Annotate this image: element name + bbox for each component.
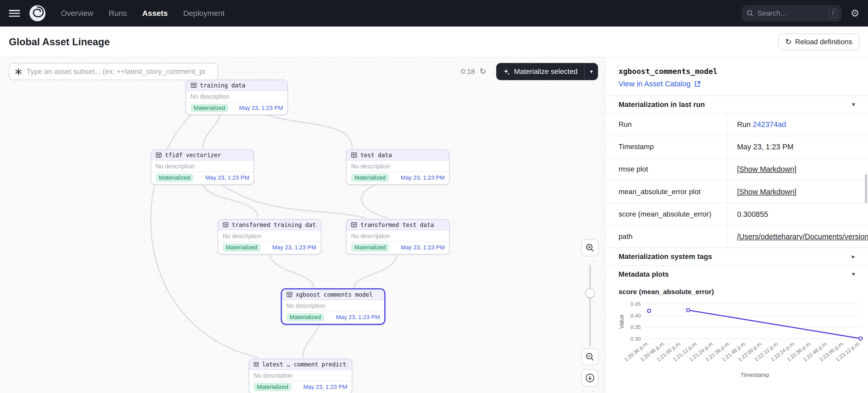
materialized-badge: Materialized (191, 104, 228, 112)
zoom-in-icon (586, 243, 594, 252)
materialized-badge: Materialized (351, 173, 389, 182)
materialize-sparkle-icon (503, 68, 510, 75)
search-input[interactable] (757, 9, 825, 18)
query-timer: 0:18 (461, 67, 475, 76)
menu-icon[interactable] (9, 10, 20, 17)
table-icon (254, 361, 259, 367)
section-metadata-plots[interactable]: Metadata plots ▾ (605, 265, 868, 283)
zoom-out-icon (586, 352, 594, 361)
asset-filter-input[interactable] (27, 67, 212, 76)
run-id-link[interactable]: 242374ad (753, 120, 786, 129)
section-materialization-system-tags[interactable]: Materialization system tags ▸ (605, 248, 868, 265)
data-point (686, 308, 690, 312)
materialization-timestamp-link[interactable]: May 23, 1:23 PM (239, 105, 283, 111)
asset-node-test_data[interactable]: test_dataNo descriptionMaterializedMay 2… (346, 150, 450, 185)
materialization-timestamp-link[interactable]: May 23, 1:23 PM (303, 384, 347, 390)
page-title: Global Asset Lineage (9, 36, 110, 47)
asset-filter-box[interactable] (9, 63, 218, 80)
asset-node-footer: MaterializedMay 23, 1:23 PM (218, 242, 321, 254)
run-prefix: Run (737, 120, 753, 129)
materialize-selected-main[interactable]: Materialize selected (496, 63, 584, 80)
download-circle-icon (585, 373, 595, 383)
dagster-app: Overview Runs Assets Deployment / ⚙ Glob… (0, 0, 868, 393)
asset-node-xgboost_comments_model[interactable]: xgboost_comments_modelNo descriptionMate… (281, 289, 385, 324)
chevron-right-icon: ▸ (852, 254, 855, 260)
asset-node-description: No description (218, 230, 321, 242)
nav-item-assets[interactable]: Assets (143, 9, 168, 18)
zoom-out-button[interactable] (581, 348, 598, 365)
section-label: Materialization in last run (619, 100, 705, 109)
details-scrollbar-thumb[interactable] (865, 174, 867, 203)
path-link[interactable]: /Users/odetteharary/Documents/version (737, 232, 868, 241)
table-icon (191, 82, 196, 88)
y-tick-label: 0.30 (630, 336, 641, 342)
x-axis-label: Timestamp (740, 372, 769, 378)
chevron-down-icon: ▾ (852, 271, 855, 277)
show-markdown-link[interactable]: [Show Markdown] (737, 165, 797, 173)
chevron-down-icon: ▾ (852, 101, 855, 107)
materialized-badge: Materialized (351, 243, 389, 252)
materialize-dropdown-caret[interactable]: ▾ (585, 63, 598, 80)
main-content: training_dataNo descriptionMaterializedM… (0, 58, 868, 393)
view-in-asset-catalog-link[interactable]: View in Asset Catalog (619, 79, 855, 88)
row-label: path (605, 226, 728, 248)
nav-right: / ⚙ (742, 5, 860, 22)
asset-node-name: xgboost_comments_model (296, 291, 373, 298)
asset-node-transformed_test_data[interactable]: transformed_test_dataNo descriptionMater… (346, 219, 450, 254)
table-icon (286, 292, 292, 297)
view-in-asset-catalog-label: View in Asset Catalog (619, 79, 691, 88)
materialization-timestamp-link[interactable]: May 23, 1:23 PM (401, 174, 445, 181)
materialization-timestamp-link[interactable]: May 23, 1:23 PM (205, 174, 249, 181)
asset-name-title: xgboost_comments_model (619, 67, 855, 76)
asset-node-header: xgboost_comments_model (282, 289, 384, 300)
asset-node-footer: MaterializedMay 23, 1:23 PM (186, 102, 287, 114)
node-layer: training_dataNo descriptionMaterializedM… (0, 58, 605, 393)
graph-toolbar: 0:18 ↻ Materialize selected ▾ (9, 63, 598, 80)
asset-node-transformed_training_data[interactable]: transformed_training_dataNo descriptionM… (218, 219, 321, 254)
settings-gear-icon[interactable]: ⚙ (850, 8, 860, 18)
row-label: mean_absolute_error plot (605, 181, 728, 203)
show-markdown-link[interactable]: [Show Markdown] (737, 188, 797, 196)
asset-node-latest_comment_predictions[interactable]: latest_…_comment_predictionsNo descripti… (249, 359, 352, 393)
section-label: Metadata plots (619, 270, 669, 279)
dagster-logo[interactable] (29, 4, 46, 22)
table-icon (351, 152, 357, 158)
asset-node-name: tfidf_vectorizer (165, 152, 221, 159)
asset-graph: training_dataNo descriptionMaterializedM… (0, 58, 605, 393)
asset-node-header: transformed_test_data (346, 220, 449, 230)
row-value: 0.300855 (728, 203, 868, 225)
series-line (688, 310, 861, 338)
asset-node-name: transformed_test_data (361, 222, 434, 228)
global-search[interactable]: / (742, 5, 842, 22)
export-view-button[interactable] (581, 369, 598, 387)
asset-node-tfidf_vectorizer[interactable]: tfidf_vectorizerNo descriptionMaterializ… (151, 150, 254, 185)
row-value: [Show Markdown] (728, 159, 868, 181)
asset-node-footer: MaterializedMay 23, 1:23 PM (346, 172, 449, 184)
nav-item-overview[interactable]: Overview (61, 9, 93, 18)
materialization-timestamp-link[interactable]: May 23, 1:23 PM (272, 244, 316, 251)
asset-node-name: transformed_training_data (232, 222, 316, 228)
section-materialization-last-run[interactable]: Materialization in last run ▾ (605, 96, 868, 113)
asset-node-header: transformed_training_data (218, 220, 321, 230)
materialized-badge: Materialized (223, 243, 260, 252)
y-tick-label: 0.45 (630, 301, 641, 307)
asset-node-name: latest_…_comment_predictions (262, 361, 347, 368)
asset-node-description: No description (186, 91, 287, 102)
zoom-slider-track[interactable] (589, 265, 591, 347)
asset-node-training_data[interactable]: training_dataNo descriptionMaterializedM… (186, 79, 288, 115)
asset-node-name: test_data (361, 152, 392, 159)
table-row-score: score (mean_absolute_error) 0.300855 (605, 203, 868, 225)
nav-item-runs[interactable]: Runs (109, 9, 127, 18)
materialization-timestamp-link[interactable]: May 23, 1:23 PM (336, 314, 380, 321)
refresh-icon[interactable]: ↻ (479, 67, 486, 76)
zoom-in-button[interactable] (581, 239, 598, 256)
reload-definitions-button[interactable]: ↻ Reload definitions (778, 34, 860, 50)
row-label: Run (605, 114, 728, 136)
nav-item-deployment[interactable]: Deployment (183, 9, 225, 18)
reload-icon: ↻ (785, 38, 792, 46)
search-icon (746, 10, 754, 17)
asset-node-footer: MaterializedMay 23, 1:23 PM (346, 242, 449, 254)
row-label: score (mean_absolute_error) (605, 203, 728, 225)
materialize-selected-button[interactable]: Materialize selected ▾ (496, 63, 598, 80)
materialization-timestamp-link[interactable]: May 23, 1:23 PM (401, 244, 445, 251)
